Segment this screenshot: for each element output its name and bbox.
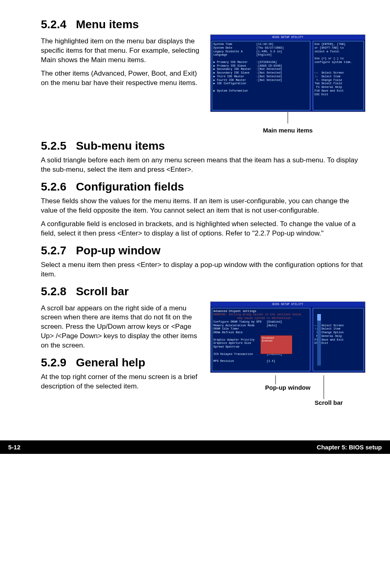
bios-titlebar: BIOS SETUP UTILITY bbox=[211, 302, 365, 307]
para: A configurable field is enclosed in brac… bbox=[41, 220, 365, 238]
bios-popup-box: DisabledEnabled bbox=[260, 335, 292, 354]
heading-528: 5.2.8 Scroll bar bbox=[41, 285, 365, 298]
footer-chapter: Chapter 5: BIOS setup bbox=[317, 444, 382, 451]
figure-main-menu: BIOS SETUP UTILITY System Time [11:10:19… bbox=[210, 34, 365, 134]
heading-524: 5.2.4 Menu items bbox=[41, 18, 365, 31]
pointer-line bbox=[284, 112, 292, 123]
bios-titlebar: BIOS SETUP UTILITY bbox=[211, 35, 365, 40]
footer-page-number: 5-12 bbox=[8, 444, 20, 451]
bios-screenshot-main: BIOS SETUP UTILITY System Time [11:10:19… bbox=[210, 34, 365, 112]
bios-right-panel: Use [ENTER], [TAB]or [SHIFT-TAB] toselec… bbox=[313, 41, 364, 110]
heading-529: 5.2.9 General help bbox=[41, 356, 204, 369]
page-footer: 5-12 Chapter 5: BIOS setup bbox=[0, 440, 390, 454]
heading-525: 5.2.5 Sub-menu items bbox=[41, 139, 365, 153]
para: These fields show the values for the men… bbox=[41, 197, 365, 215]
row-528: A scroll bar appears on the right side o… bbox=[41, 301, 365, 412]
figure-popup: BIOS SETUP UTILITY Advanced Chipset sett… bbox=[210, 301, 365, 412]
page-content: 5.2.4 Menu items The highlighted item on… bbox=[0, 0, 390, 424]
heading-title: Scroll bar bbox=[76, 285, 129, 298]
caption-popup: Pop-up window bbox=[265, 384, 311, 391]
bios-body: System Time [11:10:19]System Date [Thu 0… bbox=[211, 40, 365, 112]
leader-lines: Pop-up window Scroll bar bbox=[210, 375, 365, 410]
bios-scrollbar bbox=[317, 314, 321, 366]
text-col-524: The highlighted item on the menu bar dis… bbox=[41, 34, 204, 92]
bios-scroll-thumb bbox=[317, 314, 321, 321]
heading-num: 5.2.9 bbox=[41, 356, 66, 369]
para: A solid triangle before each item on any… bbox=[41, 156, 365, 175]
heading-title: Sub-menu items bbox=[76, 139, 165, 152]
heading-num: 5.2.4 bbox=[41, 18, 66, 31]
para: Select a menu item then press <Enter> to… bbox=[41, 260, 365, 279]
heading-title: Configuration fields bbox=[76, 180, 184, 193]
caption-scrollbar: Scroll bar bbox=[314, 399, 343, 406]
caption-wrap: Pop-up window Scroll bar bbox=[210, 375, 365, 412]
para: At the top right corner of the menu scre… bbox=[41, 373, 204, 391]
para: The highlighted item on the menu bar dis… bbox=[41, 37, 204, 65]
bios-left-panel: System Time [11:10:19]System Date [Thu 0… bbox=[212, 41, 310, 110]
heading-num: 5.2.6 bbox=[41, 180, 66, 193]
para: A scroll bar appears on the right side o… bbox=[41, 304, 204, 351]
text-col-528: A scroll bar appears on the right side o… bbox=[41, 301, 204, 396]
heading-title: General help bbox=[76, 356, 146, 369]
heading-num: 5.2.7 bbox=[41, 244, 66, 257]
heading-num: 5.2.8 bbox=[41, 285, 66, 298]
heading-527: 5.2.7 Pop-up window bbox=[41, 244, 365, 257]
para: The other items (Advanced, Power, Boot, … bbox=[41, 69, 204, 88]
heading-title: Menu items bbox=[76, 18, 139, 31]
caption-main-menu: Main menu items bbox=[210, 127, 365, 134]
heading-526: 5.2.6 Configuration fields bbox=[41, 180, 365, 193]
heading-num: 5.2.5 bbox=[41, 139, 66, 152]
bios-screenshot-popup: BIOS SETUP UTILITY Advanced Chipset sett… bbox=[210, 301, 365, 373]
row-524: The highlighted item on the menu bar dis… bbox=[41, 34, 365, 134]
heading-title: Pop-up window bbox=[76, 244, 161, 257]
